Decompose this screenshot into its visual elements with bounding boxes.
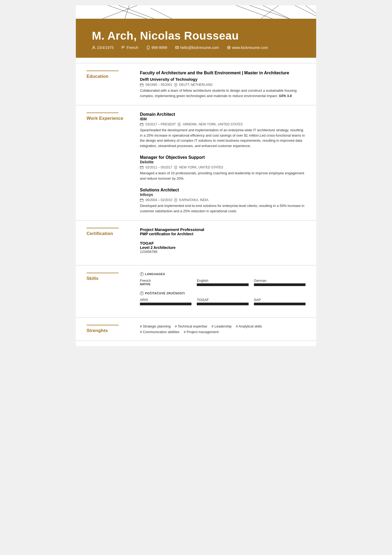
strengths-label: Strenghts: [87, 324, 140, 334]
svg-rect-25: [140, 123, 143, 126]
education-section: Education Faculty of Architecture and th…: [76, 63, 316, 105]
work-title-1: Domain Architect: [140, 112, 305, 117]
strengths-section: Strenghts # Strategic planning # Technic…: [76, 317, 316, 341]
email-icon: [175, 46, 179, 49]
skill-aris: ARIS: [140, 298, 191, 305]
skill-english: English: [197, 279, 248, 286]
location-icon-w1: [178, 123, 181, 126]
work-desc-3: Developed and implemented end-to-end sol…: [140, 203, 305, 214]
work-experience-section: Work Experience Domain Architect IBM 03/…: [76, 105, 316, 220]
languages-grid: French NATIVE English German: [140, 279, 305, 286]
skills-section: Skills i LANGUAGES French NATIVE English: [76, 265, 316, 317]
skill-togaf: TOGAF: [197, 298, 248, 305]
calendar-icon-w3: [140, 199, 143, 202]
main-content: Education Faculty of Architecture and th…: [76, 58, 316, 346]
certification-section: Certification Project Management Profess…: [76, 220, 316, 265]
work-company-2: Deloitte: [140, 160, 305, 164]
svg-point-15: [148, 48, 148, 49]
edu-school: Delft University of Technology: [140, 77, 305, 82]
certification-label: Certification: [87, 227, 140, 259]
location-icon-w2: [174, 166, 177, 169]
work-desc-2: Managed a team of 10 professionals, prov…: [140, 171, 305, 181]
strength-4: # Analytical skills: [236, 324, 262, 328]
person-icon: [92, 46, 96, 49]
contact-dob: 23/4/1975: [92, 45, 113, 50]
svg-point-29: [179, 124, 180, 124]
certification-content: Project Management Professional PMP cert…: [140, 227, 305, 259]
strength-3: # Leadership: [211, 324, 232, 328]
svg-point-34: [175, 167, 176, 167]
svg-point-24: [175, 84, 176, 85]
flag-icon: [121, 46, 125, 49]
edu-dates-location: 09/1995 – 05/2001 DELFT, NETHERLAND: [140, 83, 305, 87]
strength-1: # Strategic planning: [140, 324, 171, 328]
resume-header: M. Arch, Nicolas Rousseau 23/4/1975 Fren…: [76, 19, 316, 58]
work-experience-label: Work Experience: [87, 112, 140, 214]
edu-description: Collaborated with a team of fellow archi…: [140, 88, 305, 98]
calendar-icon-w2: [140, 166, 143, 169]
work-dates-1: 03/2017 – PRESENT ARMONK, NEW YORK, UNIT…: [140, 122, 305, 126]
skill-sap-bar: [254, 303, 305, 305]
resume-page: M. Arch, Nicolas Rousseau 23/4/1975 Fren…: [76, 5, 316, 346]
computer-skills-label: i POČÍTAČOVÉ ZRUČNOSTI: [140, 291, 305, 295]
svg-point-39: [175, 199, 176, 200]
skill-togaf-name: TOGAF: [197, 298, 248, 302]
contact-email: hello@kickresume.com: [175, 45, 219, 50]
skills-content: i LANGUAGES French NATIVE English: [140, 272, 305, 311]
skill-aris-name: ARIS: [140, 298, 191, 302]
cert-title-1: Project Management Professional: [140, 227, 305, 232]
info-icon-comp: i: [140, 291, 144, 295]
work-title-2: Manager for Objectives Support: [140, 155, 305, 160]
location-icon: [174, 83, 177, 87]
calendar-icon: [140, 83, 143, 86]
skill-sap-name: SAP: [254, 298, 305, 302]
work-item-3: Solutions Architect Infosys 06/2004 – 02…: [140, 188, 305, 214]
svg-line-8: [295, 5, 316, 16]
skill-sap: SAP: [254, 298, 305, 305]
contact-info: 23/4/1975 French 999-9999 hello@kickresu…: [92, 45, 300, 50]
cert-item-2: TOGAF Level 2 Architecture 123456789: [140, 241, 305, 254]
info-icon-lang: i: [140, 272, 144, 276]
work-dates-3: 06/2004 – 02/2010 KARNATAKA, INDIA: [140, 198, 305, 202]
contact-website: www.kickresume.com: [227, 45, 268, 50]
svg-line-5: [249, 5, 289, 19]
skill-french: French NATIVE: [140, 279, 191, 286]
skill-french-level: NATIVE: [140, 283, 191, 286]
skill-german-name: German: [254, 279, 305, 283]
svg-rect-12: [122, 46, 124, 48]
full-name: M. Arch, Nicolas Rousseau: [92, 29, 300, 42]
skill-german-bar: [254, 283, 305, 286]
work-desc-1: Spearheaded the development and implemen…: [140, 128, 305, 148]
work-company-1: IBM: [140, 117, 305, 121]
education-label: Education: [87, 70, 140, 98]
skill-french-name: French: [140, 279, 191, 283]
phone-icon: [146, 46, 150, 49]
work-item-1: Domain Architect IBM 03/2017 – PRESENT A…: [140, 112, 305, 148]
globe-icon: [227, 46, 231, 49]
strength-6: # Project management: [184, 330, 219, 334]
work-experience-content: Domain Architect IBM 03/2017 – PRESENT A…: [140, 112, 305, 214]
skill-english-name: English: [197, 279, 248, 283]
strengths-content: # Strategic planning # Technical experti…: [140, 324, 305, 334]
cert-sub-1: PMP certification for Architect: [140, 232, 305, 236]
svg-rect-30: [140, 166, 143, 169]
work-title-3: Solutions Architect: [140, 188, 305, 192]
work-company-3: Infosys: [140, 192, 305, 197]
svg-line-10: [151, 8, 175, 20]
location-icon-w3: [174, 198, 177, 202]
education-content: Faculty of Architecture and the Built En…: [140, 70, 305, 98]
cert-item-1: Project Management Professional PMP cert…: [140, 227, 305, 236]
calendar-icon-w1: [140, 123, 143, 126]
work-dates-2: 02/2011 – 05/2017 NEW YORK, UNITED STATE…: [140, 165, 305, 169]
skill-german: German: [254, 279, 305, 286]
svg-point-11: [93, 46, 95, 48]
strengths-list: # Strategic planning # Technical experti…: [140, 324, 305, 334]
skill-togaf-bar: [197, 303, 248, 305]
strength-2: # Technical expertise: [175, 324, 207, 328]
cert-title-2: TOGAF: [140, 241, 305, 245]
cert-sub-2: Level 2 Architecture: [140, 245, 305, 250]
svg-line-9: [305, 5, 316, 13]
skill-english-bar: [197, 283, 248, 286]
work-item-2: Manager for Objectives Support Deloitte …: [140, 155, 305, 181]
contact-phone: 999-9999: [146, 45, 167, 50]
